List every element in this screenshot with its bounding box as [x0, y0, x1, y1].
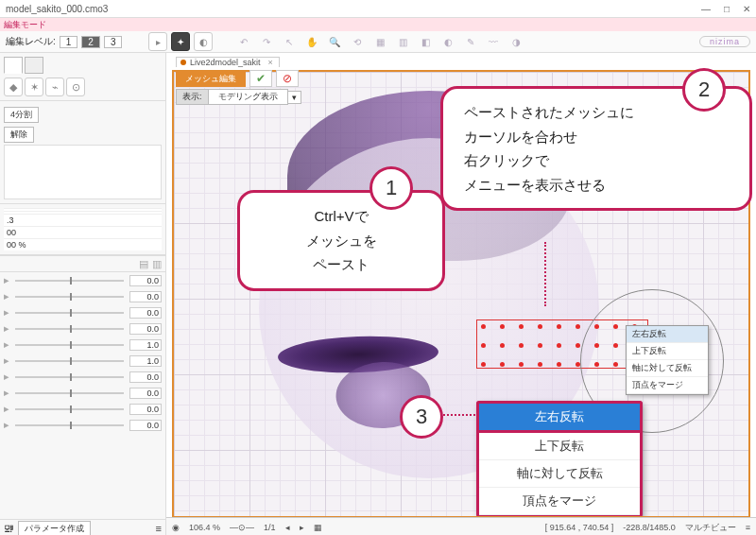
pin-icon[interactable]: ⊙ — [66, 78, 85, 96]
prev-icon[interactable]: ◂ — [285, 523, 290, 532]
tab-close-icon[interactable]: × — [268, 58, 273, 67]
param-slider-row[interactable]: ▸0.0 — [0, 288, 165, 304]
bucket-icon[interactable]: ◆ — [4, 78, 23, 96]
slider-handle-icon[interactable]: ▸ — [4, 322, 9, 335]
mesh-vertex[interactable] — [613, 324, 618, 329]
mesh-vertex[interactable] — [557, 362, 561, 367]
mesh-vertex[interactable] — [481, 362, 486, 367]
edit-level-2[interactable]: 2 — [81, 36, 100, 48]
mesh-vertex[interactable] — [557, 324, 561, 329]
slider-track[interactable] — [15, 344, 124, 346]
slider-value[interactable]: 0.0 — [129, 420, 162, 431]
param-slider-row[interactable]: ▸0.0 — [0, 385, 165, 401]
param-slider-row[interactable]: ▸0.0 — [0, 401, 165, 417]
close-icon[interactable]: ✕ — [743, 4, 750, 14]
multiview-menu-icon[interactable]: ≡ — [746, 523, 750, 532]
slider-track[interactable] — [15, 424, 124, 426]
slider-track[interactable] — [15, 280, 124, 282]
slider-value[interactable]: 0.0 — [129, 291, 162, 302]
brand-badge[interactable]: nizima — [699, 36, 750, 47]
clip-icon[interactable]: ◧ — [417, 33, 434, 50]
param-folder-icon[interactable]: ▥ — [152, 258, 162, 270]
slider-value[interactable]: 0.0 — [129, 404, 162, 415]
slider-track[interactable] — [15, 376, 124, 378]
mesh-vertex[interactable] — [519, 362, 524, 367]
wand-icon[interactable]: ✶ — [25, 78, 43, 96]
mesh-vertex[interactable] — [557, 343, 561, 348]
document-tab[interactable]: Live2dmodel_sakit × — [176, 57, 280, 67]
display-mode-select[interactable]: モデリング表示 — [209, 89, 288, 105]
mesh-vertex[interactable] — [576, 343, 580, 348]
mesh-vertex[interactable] — [576, 324, 580, 329]
param-slider-row[interactable]: ▸0.0 — [0, 417, 165, 433]
mesh-vertex[interactable] — [613, 362, 618, 367]
hand-icon[interactable]: ✋ — [303, 33, 320, 50]
tool-arrow-icon[interactable]: ▸ — [148, 32, 167, 51]
slider-value[interactable]: 0.0 — [129, 371, 162, 383]
ctx-item-flip-h[interactable]: 左右反転 — [627, 326, 708, 343]
slider-value[interactable]: 0.0 — [129, 323, 162, 335]
next-icon[interactable]: ▸ — [300, 523, 304, 532]
slider-handle-icon[interactable]: ▸ — [4, 371, 9, 383]
mesh-vertex[interactable] — [594, 362, 599, 367]
chevron-down-icon[interactable]: ▾ — [288, 91, 301, 104]
mesh-icon[interactable]: ▦ — [371, 33, 388, 50]
split-4-button[interactable]: 4分割 — [4, 107, 39, 123]
ctx-item-merge[interactable]: 頂点をマージ — [627, 377, 708, 394]
slider-handle-icon[interactable]: ▸ — [4, 419, 9, 431]
slider-value[interactable]: 0.0 — [129, 275, 162, 286]
slider-value[interactable]: 0.0 — [129, 388, 162, 399]
mesh-vertex[interactable] — [538, 324, 542, 329]
maximize-icon[interactable]: □ — [724, 4, 730, 14]
edit-level-1[interactable]: 1 — [60, 36, 78, 48]
mesh-vertex[interactable] — [481, 343, 486, 348]
mesh-vertex[interactable] — [500, 362, 505, 367]
palette-tab-2[interactable] — [25, 57, 43, 74]
pen-icon[interactable]: ✎ — [462, 33, 479, 50]
param-menu-icon[interactable]: ▤ — [139, 258, 148, 270]
slider-handle-icon[interactable]: ▸ — [4, 306, 9, 319]
mesh-vertex[interactable] — [538, 343, 542, 348]
multiview-label[interactable]: マルチビュー — [685, 522, 736, 534]
slider-track[interactable] — [15, 328, 124, 330]
minimize-icon[interactable]: — — [701, 4, 711, 14]
undo-icon[interactable]: ↶ — [235, 33, 252, 50]
param-slider-row[interactable]: ▸0.0 — [0, 369, 165, 385]
mesh-vertex[interactable] — [538, 362, 542, 367]
zoom-icon[interactable]: 🔍 — [326, 33, 343, 50]
ctx-big-flip-h[interactable]: 左右反転 — [476, 401, 643, 433]
param-slider-row[interactable]: ▸1.0 — [0, 353, 165, 369]
param-slider-row[interactable]: ▸0.0 — [0, 320, 165, 337]
ctx-big-merge[interactable]: 頂点をマージ — [479, 488, 640, 515]
pasted-mesh-selection[interactable] — [476, 319, 648, 369]
slider-track[interactable] — [15, 392, 124, 394]
ctx-big-flip-v[interactable]: 上下反転 — [479, 433, 640, 460]
ctx-item-flip-v[interactable]: 上下反転 — [627, 343, 708, 360]
ctx-big-flip-axis[interactable]: 軸に対して反転 — [479, 460, 640, 488]
slider-value[interactable]: 0.0 — [129, 307, 162, 319]
mesh-vertex[interactable] — [519, 324, 524, 329]
record-icon[interactable]: ◉ — [172, 523, 180, 532]
mesh-cancel-button[interactable]: ⊘ — [276, 70, 299, 87]
mesh-vertex[interactable] — [519, 343, 524, 348]
slider-value[interactable]: 1.0 — [129, 355, 162, 367]
brush-icon[interactable]: 〰 — [485, 33, 502, 50]
param-slider-row[interactable]: ▸0.0 — [0, 304, 165, 320]
param-tree-icon[interactable]: 🖳 — [4, 523, 14, 534]
mesh-vertex[interactable] — [594, 324, 599, 329]
slider-handle-icon[interactable]: ▸ — [4, 403, 9, 415]
param-create-button[interactable]: パラメータ作成 — [18, 521, 91, 536]
mesh-vertex[interactable] — [500, 324, 505, 329]
slider-track[interactable] — [15, 360, 124, 362]
slider-track[interactable] — [15, 312, 124, 314]
slider-handle-icon[interactable]: ▸ — [4, 354, 9, 367]
param-slider-row[interactable]: ▸0.0 — [0, 272, 165, 288]
mesh-vertex[interactable] — [613, 343, 618, 348]
slider-handle-icon[interactable]: ▸ — [4, 387, 9, 399]
rotate-icon[interactable]: ⟲ — [349, 33, 366, 50]
slider-handle-icon[interactable]: ▸ — [4, 338, 9, 351]
view-mode-icon[interactable]: ▦ — [314, 523, 322, 532]
param-settings-icon[interactable]: ≡ — [156, 523, 162, 534]
palette-tab-1[interactable] — [4, 57, 23, 74]
slider-track[interactable] — [15, 408, 124, 410]
